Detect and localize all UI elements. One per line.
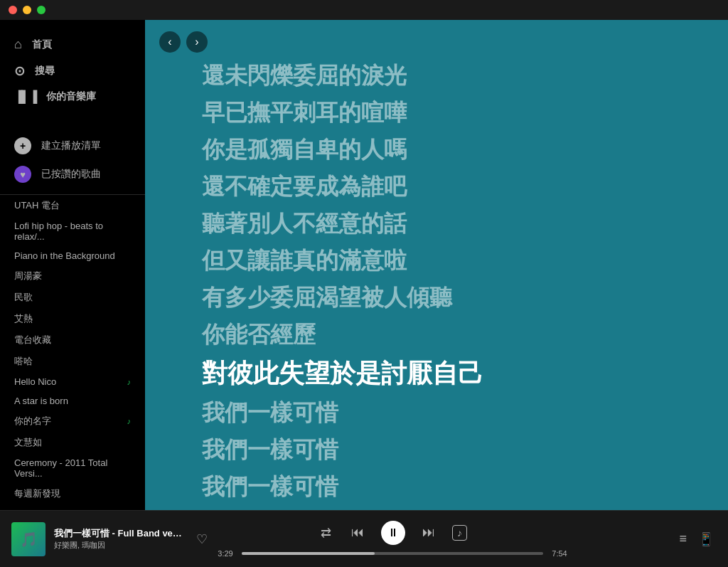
sidebar-item-library[interactable]: ▐▌▐ 你的音樂庫 [0, 85, 145, 109]
lyric-line-5[interactable]: 聽著別人不經意的話 [202, 206, 671, 240]
sidebar-item-label: 文慧如 [14, 436, 42, 449]
sidebar-nav-library-label: 你的音樂庫 [46, 90, 96, 103]
album-art-icon: 🎵 [20, 531, 38, 548]
sidebar-item-badge: ♪ [127, 417, 132, 425]
sidebar-item-label: 電台收藏 [14, 334, 51, 346]
sidebar-item-label: A star is born [14, 396, 68, 406]
lyrics-button[interactable]: ♪ [452, 525, 467, 541]
sidebar-item-label: 民歌 [14, 291, 33, 304]
track-name: 我們一樣可惜 - Full Band ver. (with 瑪咖因) [54, 527, 185, 540]
create-playlist-label: 建立播放清單 [41, 139, 101, 152]
sidebar-item-ai-re[interactable]: 艾熱 [0, 308, 145, 329]
lyric-line-13[interactable]: 我們一樣可惜 [202, 507, 671, 510]
sidebar-item-label: UTAH 電台 [14, 199, 60, 212]
total-time: 7:54 [549, 549, 570, 558]
sidebar-item-label: Lofi hip hop - beats to relax/... [14, 221, 131, 242]
sidebar-nav-search-label: 搜尋 [35, 65, 55, 78]
sidebar-item-english[interactable]: English songs [0, 504, 145, 510]
progress-fill [242, 552, 375, 555]
lyric-line-10[interactable]: 我們一樣可惜 [202, 396, 671, 430]
app-body: ⌂ 首頁 ⊙ 搜尋 ▐▌▐ 你的音樂庫 + 建立播放清單 ♥ 已按讚的歌曲 [0, 20, 728, 510]
sidebar-nav-home-label: 首頁 [32, 38, 52, 51]
liked-songs-item[interactable]: ♥ 已按讚的歌曲 [0, 160, 145, 189]
sidebar-item-badge: ♪ [127, 378, 132, 386]
sidebar-item-search[interactable]: ⊙ 搜尋 [0, 58, 145, 85]
sidebar-item-wenhuiru[interactable]: 文慧如 [0, 432, 145, 453]
lyric-line-4[interactable]: 還不確定要成為誰吧 [202, 169, 671, 203]
sidebar-nav: ⌂ 首頁 ⊙ 搜尋 ▐▌▐ 你的音樂庫 [0, 20, 145, 115]
heart-icon: ♥ [14, 166, 31, 183]
liked-songs-label: 已按讚的歌曲 [41, 168, 101, 181]
sidebar-item-label: 每週新發現 [14, 487, 60, 500]
next-button[interactable]: ⏭ [419, 522, 438, 543]
sidebar-item-ceremony[interactable]: Ceremony - 2011 Total Versi... [0, 453, 145, 483]
extra-controls: ≡ 📱 [574, 529, 717, 550]
create-playlist-item[interactable]: + 建立播放清單 [0, 132, 145, 160]
devices-button[interactable]: 📱 [695, 529, 717, 550]
close-button[interactable] [9, 6, 17, 14]
search-icon: ⊙ [14, 63, 25, 79]
sidebar-item-label: 艾熱 [14, 312, 33, 325]
sidebar-item-label: Piano in the Background [14, 250, 115, 261]
album-art: 🎵 [11, 522, 46, 556]
sidebar-item-label: 嗒哈 [14, 355, 33, 368]
current-time: 3:29 [215, 549, 236, 558]
prev-button[interactable]: ⏮ [348, 522, 367, 543]
lyric-line-9[interactable]: 對彼此失望於是討厭自己 [202, 354, 671, 393]
sidebar-item-hello-nico[interactable]: Hello Nico♪ [0, 372, 145, 391]
sidebar-item-haha[interactable]: 嗒哈 [0, 351, 145, 372]
now-playing-bar: 🎵 我們一樣可惜 - Full Band ver. (with 瑪咖因) 好樂團… [0, 510, 728, 567]
sidebar-item-label: Hello Nico [14, 376, 56, 387]
home-icon: ⌂ [14, 37, 22, 52]
sidebar-item-your-name[interactable]: 你的名字♪ [0, 410, 145, 432]
main-content: ‹ › 還未閃爍委屈的淚光早已撫平刺耳的喧嘩你是孤獨自卑的人嗎還不確定要成為誰吧… [145, 20, 728, 510]
sidebar-item-piano[interactable]: Piano in the Background [0, 246, 145, 265]
lyric-line-11[interactable]: 我們一樣可惜 [202, 433, 671, 467]
track-artist: 好樂團, 瑪咖因 [54, 540, 185, 551]
title-bar [0, 0, 728, 20]
lyrics-container: 還未閃爍委屈的淚光早已撫平刺耳的喧嘩你是孤獨自卑的人嗎還不確定要成為誰吧聽著別人… [145, 58, 728, 510]
lyric-line-8[interactable]: 你能否經歷 [202, 317, 671, 351]
sidebar-item-label: 你的名字 [14, 415, 51, 428]
progress-track[interactable] [242, 552, 543, 555]
lyric-line-12[interactable]: 我們一樣可惜 [202, 470, 671, 504]
sidebar: ⌂ 首頁 ⊙ 搜尋 ▐▌▐ 你的音樂庫 + 建立播放清單 ♥ 已按讚的歌曲 [0, 20, 145, 510]
nav-arrows: ‹ › [145, 20, 728, 58]
sidebar-item-home[interactable]: ⌂ 首頁 [0, 31, 145, 58]
track-text: 我們一樣可惜 - Full Band ver. (with 瑪咖因) 好樂團, … [54, 527, 185, 551]
sidebar-item-folk[interactable]: 民歌 [0, 287, 145, 308]
lyric-line-7[interactable]: 有多少委屈渴望被人傾聽 [202, 280, 671, 314]
sidebar-playlist-list: UTAH 電台Lofi hip hop - beats to relax/...… [0, 194, 145, 510]
minimize-button[interactable] [23, 6, 31, 14]
library-icon: ▐▌▐ [14, 90, 36, 103]
lyric-line-2[interactable]: 早已撫平刺耳的喧嘩 [202, 95, 671, 129]
forward-button[interactable]: › [186, 31, 208, 53]
sidebar-item-lofi[interactable]: Lofi hip hop - beats to relax/... [0, 216, 145, 246]
sidebar-item-label: Ceremony - 2011 Total Versi... [14, 457, 131, 479]
sidebar-item-label: 周湯豪 [14, 270, 42, 282]
player-controls: ⇄ ⏮ ⏸ ⏭ ♪ 3:29 7:54 [210, 521, 574, 558]
pause-button[interactable]: ⏸ [381, 521, 405, 545]
lyric-line-6[interactable]: 但又讓誰真的滿意啦 [202, 243, 671, 277]
progress-bar-container: 3:29 7:54 [215, 549, 570, 558]
lyric-line-1[interactable]: 還未閃爍委屈的淚光 [202, 58, 671, 92]
lyric-line-3[interactable]: 你是孤獨自卑的人嗎 [202, 132, 671, 166]
sidebar-actions: + 建立播放清單 ♥ 已按讚的歌曲 [0, 126, 145, 194]
sidebar-item-star-born[interactable]: A star is born [0, 391, 145, 410]
sidebar-item-weekly[interactable]: 每週新發現 [0, 483, 145, 504]
sidebar-item-zhou[interactable]: 周湯豪 [0, 265, 145, 287]
queue-button[interactable]: ≡ [676, 529, 690, 549]
plus-icon: + [14, 137, 31, 154]
track-info: 🎵 我們一樣可惜 - Full Band ver. (with 瑪咖因) 好樂團… [11, 522, 210, 556]
back-button[interactable]: ‹ [159, 31, 181, 53]
sidebar-item-radio[interactable]: 電台收藏 [0, 329, 145, 351]
like-button[interactable]: ♡ [193, 529, 210, 550]
sidebar-item-utah[interactable]: UTAH 電台 [0, 195, 145, 216]
control-buttons: ⇄ ⏮ ⏸ ⏭ ♪ [318, 521, 467, 545]
maximize-button[interactable] [37, 6, 46, 14]
shuffle-button[interactable]: ⇄ [318, 522, 334, 544]
